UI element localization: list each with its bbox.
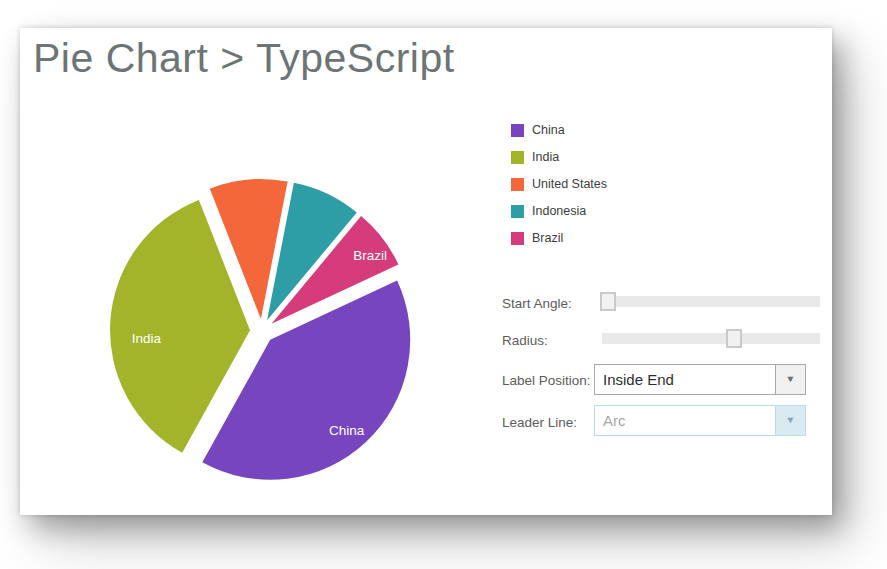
start-angle-slider-handle[interactable] (600, 292, 616, 311)
legend-marker-icon (511, 124, 524, 137)
pie-chart: ChinaIndiaBrazil (20, 28, 832, 515)
radius-label: Radius: (502, 332, 548, 349)
demo-card: Pie Chart > TypeScript ChinaIndiaBrazil … (20, 28, 832, 515)
legend-label: Brazil (532, 232, 563, 245)
label-position-dropdown[interactable]: Inside End ▼ (594, 364, 806, 395)
legend-marker-icon (511, 151, 524, 164)
pie-slice-label-india: India (132, 331, 162, 346)
chevron-down-icon: ▼ (785, 375, 795, 384)
legend-label: United States (532, 178, 607, 191)
leader-line-value: Arc (603, 406, 774, 435)
legend-label: India (532, 151, 559, 164)
leader-line-label: Leader Line: (502, 414, 577, 431)
radius-slider-handle[interactable] (726, 329, 742, 348)
legend-item-india[interactable]: India (511, 151, 607, 164)
legend-marker-icon (511, 178, 524, 191)
legend-marker-icon (511, 232, 524, 245)
start-angle-slider[interactable] (602, 296, 820, 307)
legend-item-brazil[interactable]: Brazil (511, 232, 607, 245)
legend-item-indonesia[interactable]: Indonesia (511, 205, 607, 218)
radius-slider[interactable] (602, 333, 820, 344)
legend-marker-icon (511, 205, 524, 218)
label-position-dropdown-button[interactable]: ▼ (775, 365, 805, 394)
legend-item-china[interactable]: China (511, 124, 607, 137)
label-position-value: Inside End (603, 365, 774, 394)
pie-slice-label-brazil: Brazil (353, 248, 387, 263)
leader-line-dropdown-button: ▼ (775, 406, 805, 435)
leader-line-dropdown: Arc ▼ (594, 405, 806, 436)
legend-label: China (532, 124, 565, 137)
legend: ChinaIndiaUnited StatesIndonesiaBrazil (511, 124, 607, 259)
start-angle-label: Start Angle: (502, 295, 572, 312)
pie-slice-label-china: China (329, 423, 365, 438)
label-position-label: Label Position: (502, 372, 591, 389)
legend-label: Indonesia (532, 205, 586, 218)
legend-item-united-states[interactable]: United States (511, 178, 607, 191)
chevron-down-icon: ▼ (785, 416, 795, 425)
